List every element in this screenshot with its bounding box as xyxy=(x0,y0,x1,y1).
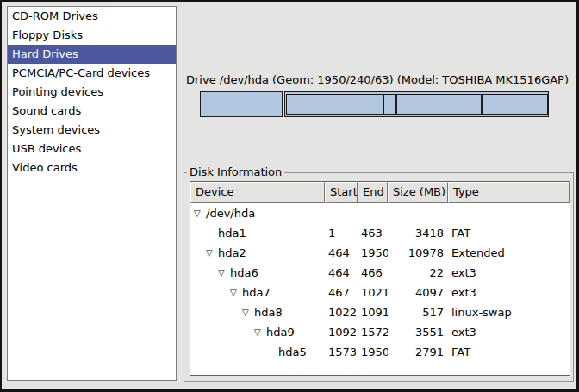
tree-indent xyxy=(194,296,230,296)
sidebar-item-pcmcia-pc-card-devices[interactable]: PCMCIA/PC-Card devices xyxy=(8,64,176,83)
sidebar-item-cd-rom-drives[interactable]: CD-ROM Drives xyxy=(8,7,176,26)
size-cell: 4097 xyxy=(388,283,448,302)
size-cell xyxy=(388,203,448,223)
size-cell: 3551 xyxy=(388,322,448,342)
device-cell: ▽hda2 xyxy=(190,243,325,263)
size-cell: 10978 xyxy=(388,243,448,263)
device-label: hda6 xyxy=(230,266,258,279)
end-cell: 466 xyxy=(358,263,388,283)
device-cell: ▽hda6 xyxy=(190,263,325,283)
device-label: hda8 xyxy=(254,306,283,319)
sidebar-item-floppy-disks[interactable]: Floppy Disks xyxy=(8,26,176,45)
start-cell: 1092 xyxy=(325,322,358,342)
type-cell: FAT xyxy=(448,342,570,362)
sidebar-item-usb-devices[interactable]: USB devices xyxy=(8,140,176,159)
size-cell: 2791 xyxy=(388,342,448,362)
type-cell: ext3 xyxy=(448,322,570,342)
disk-table-body: ▽/dev/hdahda114633418FAT▽hda246419501097… xyxy=(190,203,570,362)
partition-segment-hda9[interactable] xyxy=(396,94,482,115)
device-category-list[interactable]: CD-ROM DrivesFloppy DisksHard DrivesPCMC… xyxy=(7,6,177,381)
type-cell: FAT xyxy=(448,223,570,243)
sidebar-item-hard-drives[interactable]: Hard Drives xyxy=(8,45,176,64)
column-header-type[interactable]: Type xyxy=(448,182,570,203)
type-cell: ext3 xyxy=(448,263,570,283)
tree-indent xyxy=(194,236,206,237)
device-label: /dev/hda xyxy=(206,207,255,220)
type-cell: Extended xyxy=(448,243,570,263)
tree-indent xyxy=(194,355,266,356)
size-cell: 22 xyxy=(388,263,448,283)
table-row-hda2[interactable]: ▽hda2464195010978Extended xyxy=(190,243,570,263)
column-header-size[interactable]: Size (MB) xyxy=(388,182,448,203)
start-cell: 464 xyxy=(325,263,358,283)
partition-diagram xyxy=(200,91,549,117)
device-cell: ▽hda8 xyxy=(190,302,325,322)
drive-heading: Drive /dev/hda (Geom: 1950/240/63) (Mode… xyxy=(181,73,574,86)
device-label: hda9 xyxy=(266,326,295,339)
device-label: hda5 xyxy=(278,345,307,358)
partition-segment-hda2[interactable] xyxy=(284,91,549,117)
device-cell: hda5 xyxy=(190,342,325,362)
size-cell: 3418 xyxy=(388,223,448,243)
end-cell: 1572 xyxy=(358,322,388,342)
partition-segment-hda1[interactable] xyxy=(200,91,283,117)
type-cell: linux-swap xyxy=(448,302,570,322)
sidebar-item-sound-cards[interactable]: Sound cards xyxy=(8,102,176,121)
start-cell: 1573 xyxy=(325,342,358,362)
expander-open-icon[interactable]: ▽ xyxy=(206,243,218,263)
start-cell: 1 xyxy=(325,223,358,243)
column-header-device[interactable]: Device xyxy=(190,182,325,203)
frame-title: Disk Information xyxy=(187,165,284,179)
hardware-browser-window: CD-ROM DrivesFloppy DisksHard DrivesPCMC… xyxy=(0,0,579,392)
start-cell: 467 xyxy=(325,283,358,302)
tree-indent xyxy=(194,315,242,316)
type-cell: ext3 xyxy=(448,283,570,302)
disk-table-header: Device Start End Size (MB) Type xyxy=(190,182,570,203)
table-row-hda8[interactable]: ▽hda810221091517linux-swap xyxy=(190,302,570,322)
table-row-hda1[interactable]: hda114633418FAT xyxy=(190,223,570,243)
device-label: hda7 xyxy=(242,286,271,299)
end-cell xyxy=(358,203,388,223)
start-cell: 464 xyxy=(325,243,358,263)
end-cell: 463 xyxy=(358,223,388,243)
table-row-hda9[interactable]: ▽hda9109215723551ext3 xyxy=(190,322,570,342)
column-header-end[interactable]: End xyxy=(358,182,388,203)
end-cell: 1021 xyxy=(358,283,388,302)
table-row-hda7[interactable]: ▽hda746710214097ext3 xyxy=(190,283,570,302)
partition-segment-hda7[interactable] xyxy=(286,94,383,115)
type-cell xyxy=(448,203,570,223)
table-row-hda5[interactable]: hda5157319502791FAT xyxy=(190,342,570,362)
column-header-start[interactable]: Start xyxy=(325,182,358,203)
expander-open-icon[interactable]: ▽ xyxy=(194,203,206,223)
tree-indent xyxy=(194,256,206,257)
start-cell: 1022 xyxy=(325,302,358,322)
disk-table: Device Start End Size (MB) Type ▽/dev/hd… xyxy=(190,181,570,376)
end-cell: 1950 xyxy=(358,243,388,263)
device-label: hda1 xyxy=(218,227,246,240)
size-cell: 517 xyxy=(388,302,448,322)
device-cell: ▽hda9 xyxy=(190,322,325,342)
table-row-hda6[interactable]: ▽hda646446622ext3 xyxy=(190,263,570,283)
device-cell: ▽hda7 xyxy=(190,283,325,302)
device-cell: hda1 xyxy=(190,223,325,243)
start-cell xyxy=(325,203,358,223)
device-cell: ▽/dev/hda xyxy=(190,203,325,223)
tree-indent xyxy=(194,335,254,336)
tree-indent xyxy=(194,276,218,277)
device-label: hda2 xyxy=(218,246,246,259)
expander-open-icon[interactable]: ▽ xyxy=(218,263,230,283)
end-cell: 1091 xyxy=(358,302,388,322)
expander-open-icon[interactable]: ▽ xyxy=(230,283,242,302)
expander-open-icon[interactable]: ▽ xyxy=(242,302,254,322)
partition-segment-hda5[interactable] xyxy=(482,94,548,115)
end-cell: 1950 xyxy=(358,342,388,362)
partition-segment-hda8[interactable] xyxy=(383,94,396,115)
disk-information-frame: Disk Information Device Start End Size (… xyxy=(184,172,574,382)
table-row-dev-hda[interactable]: ▽/dev/hda xyxy=(190,203,570,223)
sidebar-item-pointing-devices[interactable]: Pointing devices xyxy=(8,83,176,102)
expander-open-icon[interactable]: ▽ xyxy=(254,322,266,342)
sidebar-item-video-cards[interactable]: Video cards xyxy=(8,159,176,177)
sidebar-item-system-devices[interactable]: System devices xyxy=(8,121,176,140)
